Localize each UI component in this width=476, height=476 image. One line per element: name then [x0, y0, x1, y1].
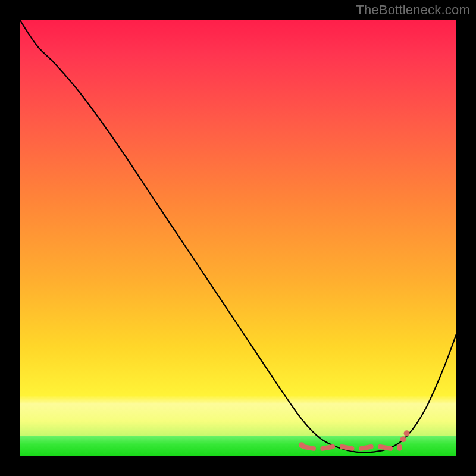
chart-frame: TheBottleneck.com	[0, 0, 476, 476]
plot-area	[20, 20, 456, 456]
curve-line	[20, 20, 456, 453]
svg-point-7	[400, 436, 406, 442]
attribution-label: TheBottleneck.com	[356, 2, 470, 18]
svg-line-3	[361, 447, 371, 449]
bottleneck-curve	[20, 20, 456, 456]
svg-point-8	[404, 430, 410, 436]
svg-line-1	[322, 447, 333, 449]
svg-point-6	[299, 442, 305, 448]
svg-line-2	[342, 447, 352, 449]
svg-line-4	[380, 447, 390, 449]
svg-line-0	[303, 447, 314, 449]
